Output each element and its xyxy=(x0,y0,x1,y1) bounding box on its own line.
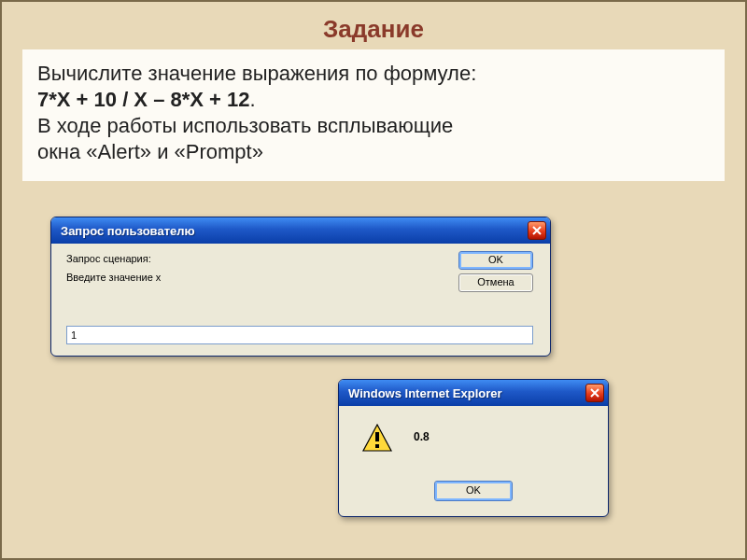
cancel-button[interactable]: Отмена xyxy=(458,273,533,292)
alert-message: 0.8 xyxy=(414,430,430,443)
prompt-titlebar[interactable]: Запрос пользователю xyxy=(51,217,550,244)
alert-title: Windows Internet Explorer xyxy=(348,386,585,400)
task-line2b: окна «Alert» и «Prompt» xyxy=(37,140,263,163)
ok-button[interactable]: OK xyxy=(434,481,513,501)
task-description: Вычислите значение выражения по формуле:… xyxy=(22,49,725,181)
prompt-body: Запрос сценария: Введите значение x OK О… xyxy=(51,244,550,356)
task-line1: Вычислите значение выражения по формуле: xyxy=(37,62,476,85)
task-formula: 7*X + 10 / X – 8*X + 12 xyxy=(37,88,250,111)
alert-titlebar[interactable]: Windows Internet Explorer xyxy=(339,380,608,406)
svg-rect-1 xyxy=(375,432,379,441)
alert-dialog: Windows Internet Explorer 0.8 OK xyxy=(338,379,609,517)
task-line2a: В ходе работы использовать всплывающие xyxy=(37,114,453,137)
prompt-dialog: Запрос пользователю Запрос сценария: Вве… xyxy=(50,217,551,357)
warning-icon xyxy=(361,423,393,455)
slide-title: Задание xyxy=(2,2,745,49)
svg-rect-2 xyxy=(375,444,379,448)
ok-button[interactable]: OK xyxy=(458,251,533,270)
close-icon[interactable] xyxy=(585,384,604,402)
close-icon[interactable] xyxy=(528,221,546,240)
formula-suffix: . xyxy=(250,88,256,111)
alert-body: 0.8 OK xyxy=(339,406,608,516)
prompt-title: Запрос пользователю xyxy=(61,224,528,238)
prompt-input[interactable] xyxy=(66,326,533,344)
